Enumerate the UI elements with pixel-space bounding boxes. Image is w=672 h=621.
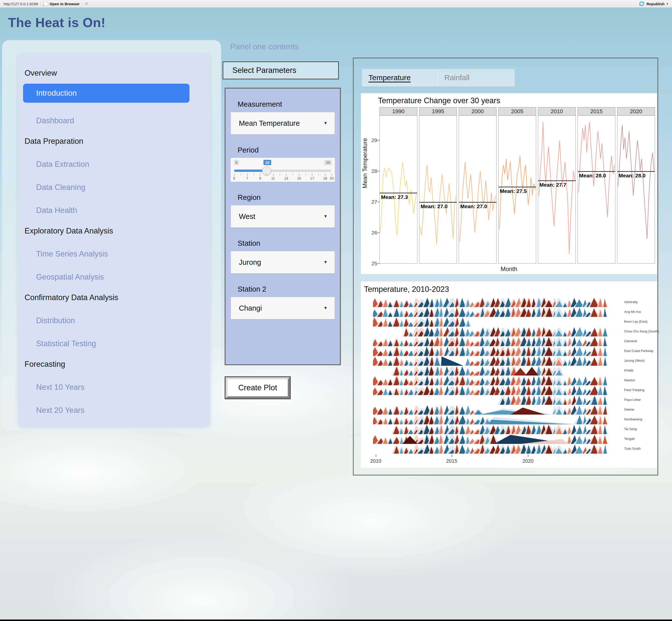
open-in-browser-button[interactable]: Open in Browser — [43, 2, 80, 6]
facet-2020: 2020Mean: 28.0 — [617, 107, 655, 263]
x-tick — [376, 455, 376, 457]
facet-panel: Mean: 27.0 — [459, 116, 497, 263]
mean-label: Mean: 27.0 — [460, 203, 487, 209]
y-tick-label: 27 — [371, 199, 377, 205]
y-tick-label: 26 — [371, 230, 377, 236]
ridge-row-east-coast-parkway: East Coast Parkway — [373, 346, 608, 356]
facet-strip: 1995 — [419, 107, 457, 116]
sidebar-item-dashboard[interactable]: Dashboard — [36, 116, 210, 126]
tab-rainfall[interactable]: Rainfall — [437, 69, 515, 86]
facet-strip: 2000 — [459, 107, 497, 116]
chevron-down-icon: ▼ — [323, 121, 328, 126]
facet-panel: Mean: 27.5 — [498, 116, 536, 263]
sidebar-section-header: Exploratory Data Analysis — [25, 226, 210, 236]
facet-strip: 2005 — [498, 107, 536, 116]
facet-1995: 1995Mean: 27.0 — [419, 107, 457, 263]
ridge-row-ang-mo-kio: Ang Mo Kio — [373, 307, 608, 317]
refresh-icon[interactable]: ⟳ — [85, 1, 88, 6]
mean-line — [538, 180, 576, 181]
facet-1990: 1990Mean: 27.3 — [380, 107, 417, 263]
ridge-row-khatib: Khatib — [373, 366, 608, 375]
sidebar-item-data-cleaning[interactable]: Data Cleaning — [36, 182, 210, 193]
field-label: Station 2 — [238, 285, 340, 293]
station-label: Tuas South — [624, 446, 641, 450]
station-label: Boon Lay (East) — [624, 319, 647, 323]
mean-label: Mean: 27.7 — [540, 182, 566, 188]
sidebar-item-data-extraction[interactable]: Data Extraction — [36, 159, 210, 169]
sidebar-section-header: Forecasting — [25, 359, 210, 369]
measurement-select[interactable]: Mean Temperature▼ — [231, 112, 335, 134]
ridge-row-pasir-panjang: Pasir Panjang — [373, 385, 608, 395]
ridge-row-newton: Newton — [373, 375, 608, 385]
station-2-select[interactable]: Changi▼ — [231, 297, 335, 319]
ridge-row-seletar: Seletar — [373, 405, 608, 415]
app-window: http://127.0.0.1:6298 Open in Browser ⟳ … — [0, 0, 672, 621]
field-label: Period — [238, 146, 340, 154]
sidebar-section-header: Confirmatory Data Analysis — [25, 293, 210, 303]
y-axis-title: Mean Temperature — [361, 138, 368, 189]
station-label: Admiralty — [624, 300, 638, 303]
ridgeline-chart: Temperature, 2010-2023 AdmiraltyAng Mo K… — [361, 281, 657, 468]
facet-panel: Mean: 27.3 — [380, 116, 417, 263]
station-label: Clementi — [624, 339, 637, 343]
ridge-row-paya-lebar: Paya Lebar — [373, 395, 608, 405]
x-tick — [452, 455, 452, 457]
facet-line-chart: Temperature Change over 30 years Mean Te… — [361, 93, 657, 274]
ridge-row-jurong-west-: Jurong (West) — [373, 356, 608, 366]
mean-line — [459, 202, 496, 203]
sidebar-item-statistical-testing[interactable]: Statistical Testing — [36, 339, 210, 349]
station-select[interactable]: Jurong▼ — [231, 251, 335, 274]
slider-max-badge: 20 — [324, 160, 332, 165]
mean-label: Mean: 27.0 — [421, 203, 447, 209]
ridge-row-choa-chu-kang-south-: Choa Chu Kang (South) — [373, 327, 608, 336]
ridge-row-clementi: Clementi — [373, 336, 608, 346]
chart1-title: Temperature Change over 30 years — [378, 96, 500, 105]
field-label: Region — [238, 193, 340, 202]
ridgeline-rows: AdmiraltyAng Mo KioBoon Lay (East)Choa C… — [373, 297, 608, 454]
mean-label: Mean: 28.0 — [579, 173, 606, 179]
y-tick-label: 25 — [371, 260, 377, 266]
page-title: The Heat is On! — [8, 15, 106, 30]
period-slider[interactable]: 52010579111315171920 — [231, 158, 335, 182]
select-parameters-header: Select Parameters — [223, 61, 339, 79]
slider-min-badge: 5 — [234, 160, 239, 165]
mean-line — [617, 171, 655, 172]
region-select[interactable]: West▼ — [231, 205, 335, 228]
station-label: Choa Chu Kang (South) — [624, 329, 659, 333]
ridge-row-tuas-south: Tuas South — [373, 444, 608, 454]
facet-2000: 2000Mean: 27.0 — [459, 107, 497, 263]
station-label: Sembawang — [624, 417, 642, 421]
facet-strip: 2020 — [617, 107, 655, 116]
republish-button[interactable]: Republish ▾ — [639, 1, 668, 6]
chevron-down-icon: ▼ — [323, 214, 328, 219]
sidebar-item-distribution[interactable]: Distribution — [36, 316, 210, 326]
sidebar-item-next-20-years[interactable]: Next 20 Years — [36, 405, 210, 415]
facet-panel: Mean: 28.0 — [617, 116, 655, 263]
x-axis-title: Month — [501, 265, 517, 273]
mean-label: Mean: 27.3 — [381, 194, 408, 200]
slider-value-badge: 10 — [264, 160, 271, 165]
url-text: http://127.0.0.1:6298 — [3, 2, 38, 6]
sidebar-item-introduction[interactable]: Introduction — [23, 84, 190, 103]
facet-strip: 2015 — [578, 107, 615, 116]
sidebar-item-data-health[interactable]: Data Health — [36, 205, 210, 215]
x-tick-label: 2010 — [370, 458, 382, 464]
station-label: Tai Seng — [624, 427, 637, 430]
facet-2010: 2010Mean: 27.7 — [538, 107, 576, 263]
sidebar-item-geospatial-analysis[interactable]: Geospatial Analysis — [36, 272, 210, 282]
ridge-row-sembawang: Sembawang — [373, 415, 608, 424]
tab-temperature[interactable]: Temperature — [362, 69, 437, 86]
sidebar-section-header: Overview — [25, 68, 210, 78]
chevron-down-icon: ▾ — [667, 2, 668, 5]
facet-panel: Mean: 27.7 — [538, 116, 576, 263]
chevron-down-icon: ▼ — [323, 260, 328, 265]
sidebar-item-time-series-analysis[interactable]: Time Series Analysis — [36, 249, 210, 259]
panel-caption: Panel one contents — [230, 42, 299, 51]
divider — [41, 1, 41, 6]
station-label: Tengah — [624, 437, 635, 441]
slider-track[interactable] — [234, 170, 331, 172]
sidebar-item-next-10-years[interactable]: Next 10 Years — [36, 382, 210, 392]
station-label: Seletar — [624, 407, 634, 411]
create-plot-button[interactable]: Create Plot — [225, 376, 291, 399]
facet-strip: 1990 — [380, 107, 417, 116]
